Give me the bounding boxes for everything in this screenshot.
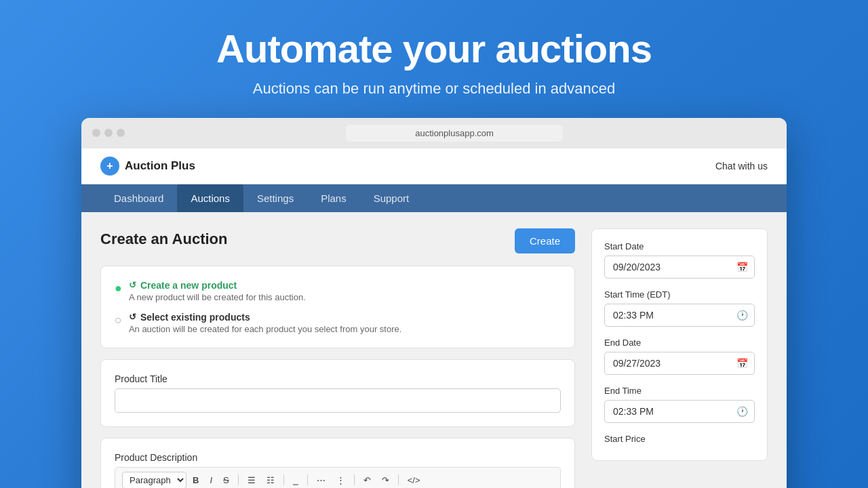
hero-title: Automate your auctions (216, 27, 652, 70)
option-new-product-title: ↺ Create a new product (129, 280, 306, 291)
create-button[interactable]: Create (515, 228, 575, 253)
start-date-input[interactable] (604, 256, 755, 279)
dot-yellow (104, 129, 113, 137)
nav-item-plans[interactable]: Plans (307, 184, 360, 212)
redo-button[interactable]: ↷ (377, 472, 394, 488)
start-time-group: Start Time (EDT) 🕐 (604, 289, 755, 327)
bold-button[interactable]: B (188, 472, 203, 488)
editor-toolbar: Paragraph B I S ☰ ☷ ⎯ ⋯ ⋮ ↶ (115, 467, 561, 488)
code-button[interactable]: </> (403, 472, 425, 488)
divider-3 (307, 474, 308, 485)
product-description-group: Product Description Paragraph B I S ☰ ☷ (115, 452, 561, 488)
sync-icon-1: ↺ (129, 280, 136, 290)
product-options-card: ● ↺ Create a new product A new product w… (100, 266, 575, 348)
product-description-label: Product Description (115, 452, 561, 463)
product-title-group: Product Title (115, 373, 561, 413)
start-date-label: Start Date (604, 241, 755, 251)
app-name: Auction Plus (125, 159, 195, 173)
option-existing-products-desc: An auction will be created for each prod… (129, 324, 401, 334)
divider-5 (398, 474, 399, 485)
option-new-product: ● ↺ Create a new product A new product w… (115, 280, 561, 302)
browser-chrome: auctionplusapp.com (81, 118, 787, 148)
hero-subtitle: Auctions can be run anytime or scheduled… (216, 80, 652, 98)
option-existing-products: ○ ↺ Select existing products An auction … (115, 312, 561, 334)
end-date-input[interactable] (604, 352, 755, 375)
start-time-wrapper: 🕐 (604, 304, 755, 327)
bullet-list-button[interactable]: ☰ (243, 472, 260, 488)
end-time-wrapper: 🕐 (604, 400, 755, 423)
nav-item-dashboard[interactable]: Dashboard (100, 184, 177, 212)
start-time-label: Start Time (EDT) (604, 289, 755, 300)
start-price-group: Start Price (604, 434, 755, 444)
end-date-label: End Date (604, 338, 755, 348)
ordered-list-button[interactable]: ☷ (262, 472, 279, 488)
strikethrough-button[interactable]: S (218, 472, 234, 488)
end-time-input[interactable] (604, 400, 755, 423)
end-time-group: End Time 🕐 (604, 386, 755, 423)
hero-section: Automate your auctions Auctions can be r… (203, 0, 665, 118)
nav-item-settings[interactable]: Settings (243, 184, 307, 212)
product-title-input[interactable] (115, 388, 561, 413)
start-date-group: Start Date 📅 (604, 241, 755, 279)
app-header: + Auction Plus Chat with us (81, 148, 787, 184)
right-panel: Start Date 📅 Start Time (EDT) 🕐 (591, 228, 768, 488)
right-panel-inner: Start Date 📅 Start Time (EDT) 🕐 (591, 228, 768, 461)
hr-button[interactable]: ⎯ (288, 472, 303, 488)
italic-button[interactable]: I (205, 472, 217, 488)
logo-icon: + (100, 157, 119, 176)
product-description-card: Product Description Paragraph B I S ☰ ☷ (100, 438, 575, 488)
page-title: Create an Auction (100, 230, 227, 248)
divider-2 (283, 474, 284, 485)
browser-window: auctionplusapp.com + Auction Plus Chat w… (81, 118, 787, 488)
content-left: Create an Auction Create ● ↺ Create a ne… (100, 228, 575, 488)
dot-green (117, 129, 125, 137)
end-time-label: End Time (604, 386, 755, 396)
start-price-label: Start Price (604, 434, 755, 444)
option-existing-products-title: ↺ Select existing products (129, 312, 401, 323)
browser-dots (92, 129, 125, 137)
align-left-button[interactable]: ⋯ (312, 472, 330, 488)
radio-checked-icon[interactable]: ● (115, 281, 122, 296)
nav-item-support[interactable]: Support (360, 184, 423, 212)
undo-button[interactable]: ↶ (359, 472, 376, 488)
paragraph-select[interactable]: Paragraph (122, 472, 186, 488)
chat-link[interactable]: Chat with us (715, 161, 768, 171)
sync-icon-2: ↺ (129, 312, 136, 322)
dot-red (92, 129, 100, 137)
app-nav: Dashboard Auctions Settings Plans Suppor… (81, 184, 787, 212)
product-title-label: Product Title (115, 373, 561, 384)
browser-url-bar[interactable]: auctionplusapp.com (346, 125, 563, 142)
page-header-row: Create an Auction Create (100, 228, 575, 253)
end-date-group: End Date 📅 (604, 338, 755, 375)
end-date-wrapper: 📅 (604, 352, 755, 375)
radio-unchecked-icon[interactable]: ○ (115, 313, 122, 327)
start-time-input[interactable] (604, 304, 755, 327)
start-date-wrapper: 📅 (604, 256, 755, 279)
product-title-card: Product Title (100, 359, 575, 427)
option-new-product-desc: A new product will be created for this a… (129, 292, 306, 302)
nav-item-auctions[interactable]: Auctions (177, 184, 243, 212)
app-logo: + Auction Plus (100, 157, 195, 176)
divider-4 (354, 474, 355, 485)
divider-1 (238, 474, 239, 485)
main-content: Create an Auction Create ● ↺ Create a ne… (81, 212, 787, 488)
align-right-button[interactable]: ⋮ (332, 472, 350, 488)
